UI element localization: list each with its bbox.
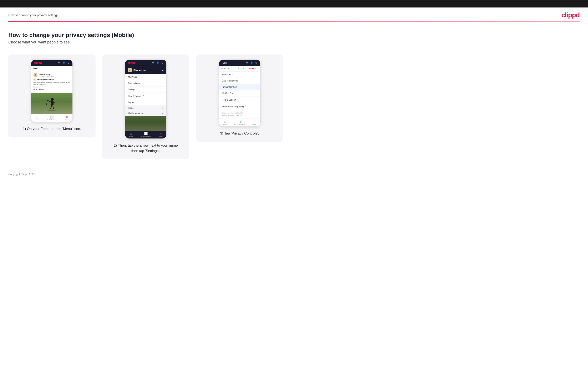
ext-link-icon-3: ↗ <box>236 98 238 100</box>
performance-chevron: ∨ <box>162 112 164 115</box>
menu-label-3: Menu <box>253 124 257 125</box>
phone2-menu-body: My Profile Connections Settings Help & S… <box>125 74 166 105</box>
bottom-nav-performance: 📊 My Performance <box>47 115 57 121</box>
search-icon-2: 🔍 <box>152 62 155 65</box>
client-version: Clippd Client Version: 2022.8.3-3 <box>222 112 257 114</box>
my-account-label: My Account <box>222 73 233 76</box>
settings-icon: ⚙ <box>67 62 70 65</box>
header: How to change your privacy settings clip… <box>0 8 588 21</box>
settings-privacy-controls: Privacy Controls › <box>219 84 260 90</box>
username-display: Blair McHarg <box>133 69 146 71</box>
steps-container: clippd 🔍 👤 ⚙ Feed B Blair McHarg <box>8 54 283 159</box>
step-2-card: clippd 🔍 👤 ⚙ B Blair McHarg ∧ <box>102 54 190 159</box>
duration-label: Duration <box>33 86 70 88</box>
performance-label: My Performance <box>47 119 57 121</box>
svg-rect-2 <box>51 101 53 105</box>
post-meta: Yesterday · Sunningdale <box>39 75 55 77</box>
svg-point-1 <box>51 98 54 101</box>
bottom-nav2-performance: 📊 My Performance <box>140 132 151 137</box>
logout-label: Logout <box>128 101 135 104</box>
settings-icon-2: ⚙ <box>161 62 164 65</box>
bottom-nav3-performance: 📊 My Performance <box>234 120 245 125</box>
svg-line-4 <box>53 102 55 103</box>
footer: Copyright Clippd 2022 <box>0 167 588 181</box>
performance-label-2: My Performance <box>140 136 151 137</box>
bottom-nav2-home: ⌂ Home <box>129 132 133 137</box>
golfer-figure <box>46 95 58 112</box>
bottom-nav-home: ⌂ Home <box>35 115 39 121</box>
search-icon-3: 🔍 <box>246 61 249 64</box>
home-icon-2: ⌂ <box>130 132 132 135</box>
top-bar <box>0 0 588 8</box>
phone3-bottom-nav: ⌂ Home 📊 My Performance ≡ Menu <box>219 118 260 126</box>
settings-help-support: Help & Support ↗ <box>219 96 260 103</box>
home-label-2: Home <box>129 136 133 137</box>
privacy-controls-label: Privacy Controls <box>222 86 237 88</box>
performance-icon-3: 📊 <box>238 120 242 123</box>
phone2-icon-group: 🔍 👤 ⚙ <box>152 62 164 65</box>
copyright: Copyright Clippd 2022 <box>8 173 35 176</box>
feed-tab: Feed <box>31 66 72 71</box>
post-username: Blair McHarg <box>39 73 55 75</box>
data-integrations-chevron: › <box>257 80 257 82</box>
settings-icon-3: ⚙ <box>255 61 258 64</box>
gql-version: GQL Server Version: 2022.7.30-1 <box>222 114 257 117</box>
phone3-icon-group: 🔍 👤 ⚙ <box>246 61 258 64</box>
menu-my-profile: My Profile <box>125 74 166 80</box>
version-info: Clippd Client Version: 2022.8.3-3 GQL Se… <box>219 110 260 118</box>
my-account-chevron: › <box>257 73 257 76</box>
connections-label: Connections <box>128 82 140 84</box>
logo: clippd <box>561 11 580 19</box>
menu-label-2: Menu <box>159 136 163 137</box>
settings-label: Settings <box>128 88 136 91</box>
post-icon-row: ⛳ Lesson with Fordy <box>33 78 70 81</box>
performance-icon-2: 📊 <box>144 132 148 135</box>
menu-logout: Logout <box>125 99 166 105</box>
privacy-controls-chevron: › <box>257 86 257 88</box>
step2-description: 2) Then, tap the arrow next to your name… <box>110 143 181 153</box>
image-overlay <box>125 116 166 131</box>
svg-line-3 <box>47 100 51 102</box>
close-icon: ✕ <box>159 132 162 135</box>
profile-icon: 👤 <box>62 62 65 65</box>
post-body: Looking to feel like my hands are exitin… <box>33 82 70 85</box>
golf-icon: ⛳ <box>33 78 36 81</box>
phone1-navbar: clippd 🔍 👤 ⚙ <box>31 60 72 66</box>
phone2-logo: clippd <box>128 61 136 65</box>
menu-help-support: Help & Support ↗ <box>125 93 166 99</box>
post-item: B Blair McHarg Yesterday · Sunningdale ⛳… <box>31 71 72 93</box>
home-label: Home <box>35 119 39 121</box>
my-profile-label: My Profile <box>128 76 137 78</box>
menu-label: Menu <box>65 119 69 121</box>
search-icon: 🔍 <box>58 62 61 65</box>
back-button: ‹ Back <box>222 62 227 64</box>
menu-icon: ≡ <box>66 115 68 119</box>
performance-icon: 📊 <box>50 115 54 119</box>
help-support-label-3: Help & Support ↗ <box>222 98 238 101</box>
help-support-label: Help & Support ↗ <box>128 95 144 97</box>
settings-service-privacy: Service & Privacy Policy ↗ <box>219 103 260 110</box>
profile-icon-2: 👤 <box>156 62 159 65</box>
my-golf-bag-label: My Golf Bag <box>222 92 233 94</box>
performance-section-label: My Performance <box>128 112 143 115</box>
duration-value: 01 hr : 30 min <box>33 88 70 90</box>
performance-label-3: My Performance <box>234 124 245 125</box>
bottom-nav2-menu: ✕ Menu <box>159 132 163 137</box>
post-header: B Blair McHarg Yesterday · Sunningdale <box>33 73 70 77</box>
ext-link-icon-4: ↗ <box>245 105 246 107</box>
phone-mockup-2: clippd 🔍 👤 ⚙ B Blair McHarg ∧ <box>125 59 167 139</box>
svg-line-6 <box>53 105 53 109</box>
phone-mockup-3: ‹ Back 🔍 👤 ⚙ My Profile Connections Sett… <box>219 59 260 127</box>
phone2-navbar: clippd 🔍 👤 ⚙ <box>125 60 166 66</box>
page-subtitle: Choose what you want people to see <box>8 40 283 44</box>
phone1-icon-group: 🔍 👤 ⚙ <box>58 62 70 65</box>
step-3-card: ‹ Back 🔍 👤 ⚙ My Profile Connections Sett… <box>196 54 283 142</box>
step3-description: 3) Tap 'Privacy Controls'. <box>220 131 259 136</box>
page-title: How to change your privacy settings (Mob… <box>8 32 283 38</box>
settings-my-account: My Account › <box>219 72 260 78</box>
phone1-logo: clippd <box>34 61 42 65</box>
golf-image-2 <box>125 116 166 131</box>
section-performance: My Performance ∨ <box>125 111 166 116</box>
user-avatar-2: B <box>128 68 132 72</box>
phone3-tabs: My Profile Connections Settings <box>219 66 260 72</box>
